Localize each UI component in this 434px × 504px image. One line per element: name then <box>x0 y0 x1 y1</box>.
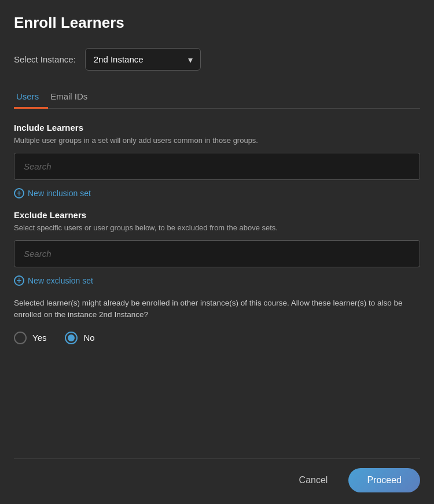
instance-select[interactable]: 1st Instance 2nd Instance 3rd Instance <box>85 48 201 71</box>
tabs-bar: Users Email IDs <box>14 87 420 109</box>
content-area: Include Learners Multiple user groups in… <box>14 123 420 458</box>
tab-users[interactable]: Users <box>14 87 48 109</box>
radio-circle-no <box>65 332 78 344</box>
include-section-title: Include Learners <box>14 123 420 133</box>
modal-container: Enroll Learners Select Instance: 1st Ins… <box>0 0 434 504</box>
radio-yes[interactable]: Yes <box>14 332 46 344</box>
radio-yes-label: Yes <box>32 333 46 343</box>
new-exclusion-set-label: New exclusion set <box>28 276 93 285</box>
exclude-section-title: Exclude Learners <box>14 210 420 220</box>
tab-email-ids[interactable]: Email IDs <box>48 87 97 109</box>
radio-no-label: No <box>83 333 94 343</box>
radio-circle-yes <box>14 332 27 344</box>
enrollment-notice: Selected learner(s) might already be enr… <box>14 297 420 321</box>
radio-group: Yes No <box>14 332 420 344</box>
instance-select-wrapper: 1st Instance 2nd Instance 3rd Instance <box>85 48 201 71</box>
cancel-button[interactable]: Cancel <box>290 469 337 491</box>
include-section-desc: Multiple user groups in a set will only … <box>14 136 420 145</box>
exclude-section-desc: Select specific users or user groups bel… <box>14 223 420 232</box>
new-exclusion-set-button[interactable]: + New exclusion set <box>14 275 420 286</box>
plus-icon-inclusion: + <box>14 188 24 198</box>
proceed-button[interactable]: Proceed <box>348 468 420 492</box>
exclude-search-input[interactable] <box>14 240 420 267</box>
instance-row: Select Instance: 1st Instance 2nd Instan… <box>14 48 420 71</box>
radio-no[interactable]: No <box>65 332 94 344</box>
new-inclusion-set-label: New inclusion set <box>28 189 91 198</box>
instance-label: Select Instance: <box>14 54 76 64</box>
plus-icon-exclusion: + <box>14 275 24 286</box>
include-search-input[interactable] <box>14 153 420 180</box>
modal-title: Enroll Learners <box>14 14 420 32</box>
modal-footer: Cancel Proceed <box>14 458 420 504</box>
new-inclusion-set-button[interactable]: + New inclusion set <box>14 188 420 198</box>
